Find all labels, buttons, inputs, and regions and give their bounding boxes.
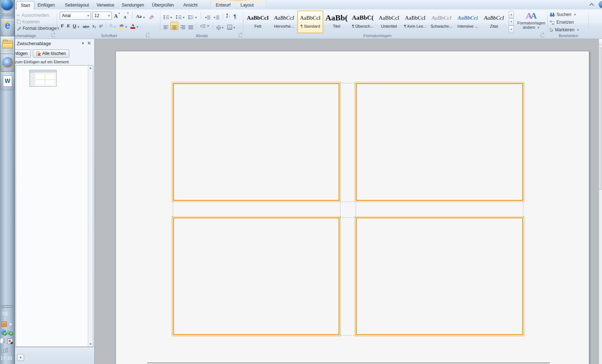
superscript-button[interactable]: x² [98,21,104,29]
shading-button[interactable]: ▼ [215,22,225,29]
label-cell-bottom-left[interactable] [173,217,340,335]
tab-entwurf[interactable]: Entwurf [212,1,235,9]
tray-app-icon[interactable] [0,339,5,343]
justify-button[interactable] [187,22,194,29]
style-item-fett[interactable]: AaBbCcI Fett [245,11,271,33]
align-right-icon [180,25,185,29]
bold-button[interactable]: F [60,21,65,29]
font-dialog-launcher[interactable]: ↘ [146,33,150,37]
tab-seitenlayout[interactable]: Seitenlayout [61,1,93,9]
find-button[interactable]: Suchen ▼ [550,11,576,18]
font-name-combo[interactable]: Arial▼ [60,12,91,20]
label-cell-top-left[interactable] [173,83,340,201]
align-center-icon [172,25,177,29]
language-indicator[interactable]: DE [2,311,9,316]
style-item-titel[interactable]: AaBb( Titel [324,11,349,33]
scrollbar-top-button[interactable] [599,39,602,45]
tab-verweise[interactable]: Verweise [93,1,118,9]
help-button[interactable] [599,1,602,8]
tab-sendungen[interactable]: Sendungen [118,1,148,9]
italic-button[interactable]: K [66,21,71,29]
tab-layout[interactable]: Layout [236,1,258,9]
tray-expand-icon[interactable]: ▶ [10,322,12,326]
change-styles-button[interactable]: AA Formatvorlagen ändern ▼ [516,11,547,33]
clear-all-button[interactable]: Alle löschen [33,50,69,58]
align-right-button[interactable] [179,22,186,29]
scroll-up-icon[interactable]: ▲ [88,66,93,70]
tray-antivirus-icon[interactable]: K [7,339,13,344]
tab-start[interactable]: Start [16,1,34,10]
style-item-intensive-hervorhebung[interactable]: AaBbCci Intensive ... [455,11,481,33]
align-center-button[interactable] [171,22,178,30]
borders-button[interactable]: ▼ [226,22,237,29]
cut-button[interactable]: ✂ Ausschneiden [16,12,49,18]
styles-scroll-up-button[interactable]: ▲ [509,11,514,18]
bullets-button[interactable]: ▼ [163,12,174,19]
line-spacing-button[interactable]: ▲▼ ▼ [199,22,211,29]
styles-dialog-launcher[interactable]: ↘ [541,33,545,37]
taskbar-grip[interactable] [1,13,13,17]
decrease-indent-button[interactable]: ◄ [203,12,211,19]
clock[interactable]: 17:33 [0,355,12,361]
style-item-untertitel[interactable]: AaBbCcI Untertitel [376,11,402,33]
style-item-zitat[interactable]: AaBbCcI Zitat [481,11,507,33]
replace-button[interactable]: abac Ersetzen [550,19,574,25]
shrink-font-button[interactable]: A▼ [122,12,130,19]
tab-einfuegen[interactable]: Einfügen [34,1,59,9]
subscript-button[interactable]: x₂ [91,21,97,29]
select-button[interactable]: Markieren ▼ [550,27,579,33]
task-pane-menu-icon[interactable]: ▼ [81,41,85,45]
highlight-button[interactable]: ab ▼ [118,21,129,29]
clipboard-dialog-launcher[interactable]: ↘ [52,33,56,37]
styles-more-button[interactable]: ▼ [509,25,514,33]
ribbon-collapse-button[interactable] [588,2,595,8]
style-item-standard[interactable]: AaBbCcI ¶ Standard [297,11,323,33]
style-item-hervorhebung[interactable]: AaBbCcI Hervorhe... [271,11,297,33]
options-dropdown-button[interactable]: ▼ [17,354,24,361]
copy-button[interactable]: Kopieren [16,19,40,25]
label-cell-top-right[interactable] [356,83,523,201]
grow-font-button[interactable]: A▲ [113,12,121,19]
styles-scroll-down-button[interactable]: ▼ [509,18,514,25]
tab-ansicht[interactable]: Ansicht [179,1,202,9]
show-marks-button[interactable]: ¶ [232,12,238,19]
document-page[interactable] [116,51,589,364]
style-item-schwache-hervorhebung[interactable]: AaBbCcI Schwache... [429,11,454,33]
scroll-down-icon[interactable]: ▼ [88,343,93,346]
clear-formatting-button[interactable] [148,12,156,19]
text-effects-button[interactable]: A▼ [108,21,117,29]
scrollbar-thumb[interactable] [599,48,602,190]
align-left-button[interactable] [163,22,169,29]
font-color-button[interactable]: A ▼ [129,21,140,29]
increase-indent-button[interactable]: ► [212,12,220,19]
underline-button[interactable]: U▼ [72,21,81,29]
tab-ueberpruefen[interactable]: Überprüfen [148,1,178,9]
taskbar-grip[interactable] [1,305,13,308]
thumbnail-label-grid [35,74,55,85]
tray-sync-icon[interactable]: ✓ [1,330,6,335]
tray-usb-icon[interactable]: ✓ [7,330,12,335]
label-cell-bottom-right[interactable] [356,217,523,335]
vertical-scrollbar[interactable] [599,39,602,364]
multilevel-list-button[interactable]: ▼ [187,12,199,19]
font-size-combo[interactable]: 12▼ [92,12,112,20]
clipboard-item-thumbnail[interactable] [30,70,56,87]
numbering-button[interactable]: ▼ [175,12,186,19]
tray-package-icon[interactable] [1,321,7,327]
change-case-button[interactable]: Aa▼ [135,12,146,19]
style-item-ueberschrift[interactable]: AaBbC( ¶ Übersch... [350,11,376,33]
word-taskbar-button[interactable]: W [0,72,15,90]
strikethrough-button[interactable]: abe [82,21,90,29]
network-icon[interactable] [1,348,8,352]
clipboard-group-label: chenablage [15,33,57,38]
close-icon[interactable]: ✕ [87,40,91,46]
format-painter-button[interactable]: Format übertragen [16,25,59,31]
style-item-kein-leerraum[interactable]: AaBbCcI ¶ Kein Lee... [402,11,428,33]
firefox-taskbar-button[interactable] [0,54,15,72]
explorer-taskbar-button[interactable] [0,36,15,54]
paragraph-dialog-launcher[interactable]: ↘ [239,33,243,37]
ie-taskbar-button[interactable]: e [0,18,15,36]
start-button[interactable] [1,0,13,10]
sort-button[interactable]: AZ ↓ [225,12,231,19]
task-pane-scrollbar[interactable]: ▲ ▼ [88,66,93,347]
